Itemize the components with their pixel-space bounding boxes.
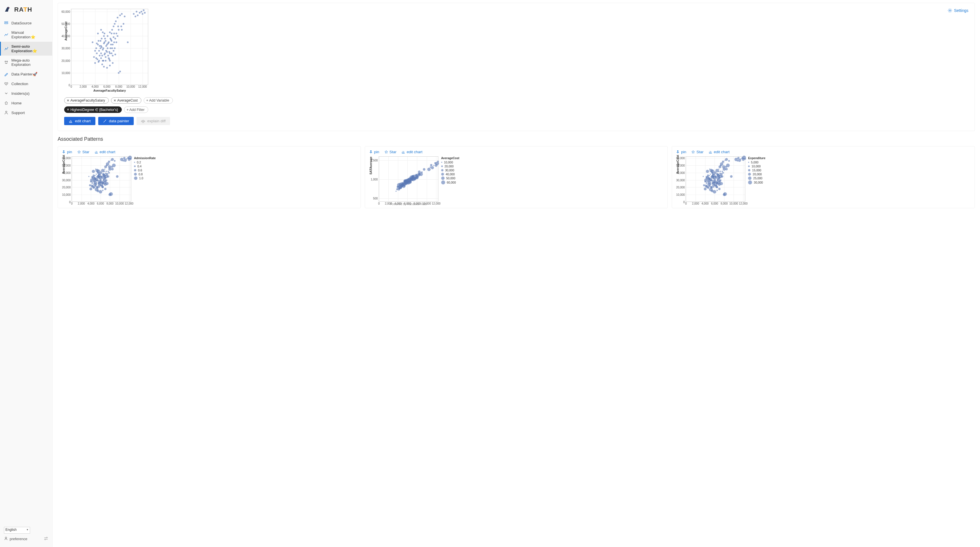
pattern-card: pinStaredit chartAverageCost010,00020,00…	[672, 146, 975, 208]
svg-point-6	[5, 537, 6, 539]
svg-point-10	[45, 539, 46, 540]
svg-point-3	[5, 61, 6, 62]
person-icon	[4, 536, 8, 541]
variable-pill-averagefacultysalary[interactable]: ✕AverageFacultySalary	[64, 97, 109, 103]
svg-rect-1	[5, 22, 8, 22]
edit-chart-button[interactable]: edit chart	[94, 150, 116, 154]
mini-plot[interactable]: 010,00020,00030,00040,00050,00060,00002,…	[72, 156, 131, 202]
svg-point-4	[6, 61, 8, 62]
main-chart: AverageCost 010,00020,00030,00040,00050,…	[64, 9, 161, 92]
person-icon	[4, 110, 8, 115]
settings-label: Settings	[954, 8, 968, 13]
filter-row: ✕HighestDegree ∈ {Bachelor's} + Add Filt…	[64, 106, 968, 113]
mini-plot[interactable]: 010,00020,00030,00040,00050,00060,00002,…	[686, 156, 745, 202]
pencil-icon	[4, 72, 8, 76]
sidebar-item-semi-auto-exploration-[interactable]: Semi-auto Exploration⭐	[0, 42, 52, 55]
linechart-icon	[4, 33, 8, 37]
nav-label: Semi-auto Exploration⭐	[11, 44, 48, 53]
pattern-card: pinStaredit chartAverageCost010,00020,00…	[57, 146, 361, 208]
variable-row: ✕AverageFacultySalary ✕AverageCost + Add…	[64, 97, 968, 103]
star-button[interactable]: Star	[77, 150, 89, 154]
filter-pill-highestdegree[interactable]: ✕HighestDegree ∈ {Bachelor's}	[64, 106, 122, 113]
sidebar-item-manual-exploration-[interactable]: Manual Exploration⭐	[0, 28, 52, 42]
heart-icon	[4, 81, 8, 86]
edit-chart-button[interactable]: edit chart	[401, 150, 422, 154]
legend: AverageCost10,00020,00030,00040,00050,00…	[441, 156, 459, 206]
barchart-icon	[69, 119, 73, 123]
chart-xlabel: AverageFacultySalary	[71, 89, 148, 92]
pattern-grid: pinStaredit chartAverageCost010,00020,00…	[57, 146, 975, 208]
logo: RATH	[0, 3, 52, 18]
nav-label: Home	[11, 101, 22, 105]
sidebar-item-collection[interactable]: Collection	[0, 79, 52, 89]
svg-point-8	[46, 537, 48, 538]
pin-button[interactable]: pin	[676, 150, 686, 154]
wand-icon	[103, 119, 107, 123]
sidebar-item-support[interactable]: Support	[0, 108, 52, 117]
database-icon	[4, 21, 8, 25]
svg-point-11	[949, 10, 951, 11]
language-select[interactable]: English	[4, 527, 30, 534]
sparkle-icon	[4, 46, 8, 51]
settings-button[interactable]: Settings	[948, 8, 968, 13]
pin-button[interactable]: pin	[369, 150, 379, 154]
main-card: Settings AverageCost 010,00020,00030,000…	[57, 3, 975, 131]
sidebar-item-datasource[interactable]: DataSource	[0, 18, 52, 28]
slider-icon	[44, 537, 48, 541]
nav-label: Data Painter🚀	[11, 72, 38, 76]
data-painter-button[interactable]: data painter	[98, 117, 134, 125]
pattern-card: pinStaredit chartSATAverage5001,0001,500…	[365, 146, 668, 208]
nav: DataSourceManual Exploration⭐Semi-auto E…	[0, 18, 52, 524]
svg-point-5	[6, 111, 7, 113]
home-icon	[4, 101, 8, 105]
chevron-icon	[4, 91, 8, 96]
close-icon[interactable]: ✕	[67, 108, 69, 111]
logo-text: RATH	[14, 6, 32, 13]
nav-label: Insiders(α)	[11, 91, 30, 96]
sidebar-item-data-painter-[interactable]: Data Painter🚀	[0, 69, 52, 79]
sidebar-item-insiders-[interactable]: Insiders(α)	[0, 89, 52, 98]
action-row: edit chart data painter explain diff	[64, 117, 968, 125]
main-content: Settings AverageCost 010,00020,00030,000…	[52, 0, 980, 547]
robot-icon	[4, 60, 8, 65]
nav-label: DataSource	[11, 21, 32, 25]
variable-pill-averagecost[interactable]: ✕AverageCost	[111, 97, 142, 103]
svg-point-0	[8, 7, 9, 8]
scale-icon	[141, 119, 145, 123]
star-button[interactable]: Star	[384, 150, 396, 154]
sidebar: RATH DataSourceManual Exploration⭐Semi-a…	[0, 0, 52, 547]
add-variable-button[interactable]: + Add Variable	[144, 97, 173, 103]
svg-rect-2	[5, 23, 8, 24]
close-icon[interactable]: ✕	[113, 99, 116, 102]
pin-button[interactable]: pin	[62, 150, 72, 154]
legend: Expenditure5,00010,00015,00020,00025,000…	[748, 156, 765, 206]
nav-label: Support	[11, 111, 25, 115]
bird-icon	[4, 6, 12, 14]
sidebar-item-mega-auto-exploration[interactable]: Mega-auto Exploration	[0, 55, 52, 69]
main-plot[interactable]: 010,00020,00030,00040,00050,00060,00002,…	[71, 9, 148, 85]
add-filter-button[interactable]: + Add Filter	[124, 106, 148, 113]
nav-label: Collection	[11, 82, 28, 86]
edit-chart-button[interactable]: edit chart	[64, 117, 95, 125]
nav-label: Mega-auto Exploration	[11, 58, 48, 67]
mini-plot[interactable]: 5001,0001,50002,0004,0006,0008,00010,000…	[379, 156, 438, 202]
edit-chart-button[interactable]: edit chart	[709, 150, 730, 154]
preference-label: preference	[10, 537, 27, 541]
gear-icon	[948, 8, 952, 13]
associated-patterns-title: Associated Patterns	[57, 136, 975, 142]
nav-label: Manual Exploration⭐	[11, 30, 48, 39]
legend: AdmissionRate0.20.40.60.81.0	[134, 156, 156, 206]
sidebar-item-home[interactable]: Home	[0, 98, 52, 108]
star-button[interactable]: Star	[691, 150, 703, 154]
preference-link[interactable]: preference	[4, 536, 48, 541]
explain-diff-button: explain diff	[137, 117, 170, 125]
close-icon[interactable]: ✕	[67, 99, 69, 102]
